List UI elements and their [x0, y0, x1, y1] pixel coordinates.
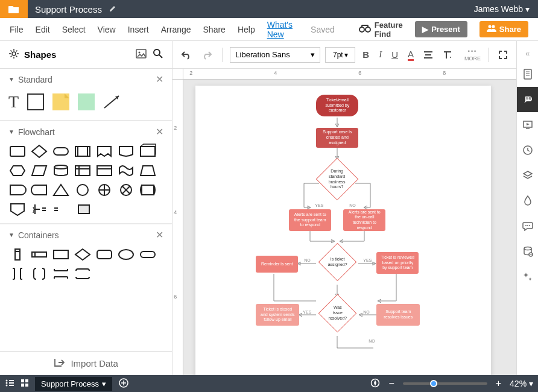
flow-node-alert-team[interactable]: Alerts are sent to the support team to r… [289, 209, 331, 231]
flowchart-shape[interactable] [8, 201, 27, 217]
close-icon[interactable]: ✕ [156, 74, 163, 85]
flowchart-shape[interactable]: { [52, 201, 70, 217]
flow-node-reminder[interactable]: Reminder is sent [256, 256, 298, 273]
flowchart-shape[interactable] [74, 201, 92, 217]
flowchart-shape[interactable] [74, 163, 92, 179]
flow-node-reviewed[interactable]: Ticket is reviewed based on priority by … [376, 252, 419, 274]
more-button[interactable]: •••MORE [464, 48, 481, 62]
zoom-out-button[interactable]: − [386, 378, 396, 389]
underline-button[interactable]: U [389, 47, 400, 62]
container-shape[interactable] [95, 247, 113, 262]
container-shape[interactable] [8, 247, 27, 262]
menu-whats-new[interactable]: What's New [267, 20, 299, 39]
edit-title-icon[interactable] [109, 5, 116, 14]
menu-arrange[interactable]: Arrange [161, 25, 191, 34]
add-page-button[interactable] [118, 378, 129, 390]
flowchart-shape[interactable] [8, 163, 27, 179]
flowchart-shape[interactable] [74, 182, 92, 198]
text-color-button[interactable]: A [405, 46, 416, 63]
undo-button[interactable] [179, 48, 194, 62]
navigator-icon[interactable] [370, 378, 380, 390]
container-shape[interactable] [117, 247, 135, 262]
container-shape[interactable] [74, 266, 92, 282]
close-icon[interactable]: ✕ [156, 126, 163, 138]
layers-icon[interactable] [517, 163, 539, 188]
paint-icon[interactable] [517, 188, 539, 213]
context-pane-icon[interactable] [517, 62, 539, 87]
block-shape[interactable] [27, 93, 44, 110]
flowchart-shape[interactable] [8, 144, 27, 159]
section-containers[interactable]: ▼ Containers ✕ [0, 224, 172, 244]
align-button[interactable] [421, 48, 435, 62]
bold-button[interactable]: B [360, 47, 372, 62]
flowchart-shape[interactable] [117, 163, 135, 179]
flowchart-shape[interactable] [139, 182, 157, 198]
flowchart-shape[interactable] [117, 144, 135, 159]
menu-share[interactable]: Share [203, 25, 226, 34]
document-title[interactable]: Support Process [28, 4, 109, 14]
share-button[interactable]: Share [479, 21, 528, 37]
data-icon[interactable] [517, 239, 539, 264]
menu-edit[interactable]: Edit [36, 25, 50, 34]
sparkle-icon[interactable] [517, 264, 539, 289]
flow-node-alert-oncall[interactable]: Alerts are sent to the on-call technicia… [343, 209, 385, 231]
text-shape[interactable]: T [8, 92, 19, 112]
flowchart-shape[interactable] [30, 163, 48, 179]
container-shape[interactable] [74, 247, 92, 262]
menu-select[interactable]: Select [62, 25, 86, 34]
flowchart-shape[interactable] [139, 144, 157, 159]
collapse-rail-button[interactable]: « [517, 45, 539, 62]
section-standard[interactable]: ▼ Standard ✕ [0, 69, 172, 89]
zoom-level[interactable]: 42% ▾ [510, 379, 533, 388]
user-menu[interactable]: James Webb ▾ [466, 4, 538, 14]
zoom-slider[interactable] [403, 382, 487, 385]
feature-find[interactable]: Feature Find [359, 21, 403, 39]
fullscreen-button[interactable] [496, 48, 510, 62]
present-pane-icon[interactable] [517, 112, 539, 138]
flowchart-shape[interactable] [74, 144, 92, 159]
canvas[interactable]: Ticket/email submitted by customer Suppo… [183, 80, 516, 375]
close-icon[interactable]: ✕ [156, 229, 163, 241]
container-shape[interactable] [30, 247, 48, 262]
container-shape[interactable] [52, 247, 70, 262]
flowchart-shape[interactable] [117, 182, 135, 198]
zoom-in-button[interactable]: + [493, 378, 504, 389]
redo-button[interactable] [199, 48, 215, 62]
hotspot-shape[interactable] [78, 93, 95, 110]
image-icon[interactable] [136, 49, 147, 60]
flowchart-shape[interactable] [8, 182, 27, 198]
menu-view[interactable]: View [98, 25, 116, 34]
flowchart-shape[interactable] [30, 182, 48, 198]
text-options-button[interactable] [440, 48, 455, 62]
flowchart-shape[interactable] [139, 163, 157, 179]
comments-icon[interactable]: 99 [517, 87, 539, 112]
flowchart-shape[interactable] [52, 163, 70, 179]
line-shape[interactable] [103, 93, 122, 110]
section-flowchart[interactable]: ▼ Flowchart ✕ [0, 121, 172, 141]
flowchart-shape[interactable] [95, 163, 113, 179]
import-data-button[interactable]: Import Data [0, 351, 172, 375]
note-shape[interactable] [52, 93, 69, 110]
chat-icon[interactable] [517, 213, 539, 239]
menu-help[interactable]: Help [238, 25, 255, 34]
menu-file[interactable]: File [10, 25, 24, 34]
history-icon[interactable] [517, 138, 539, 163]
gear-icon[interactable] [8, 48, 19, 61]
flow-node-closed[interactable]: Ticket is closed and system sends follow… [256, 304, 299, 326]
container-shape[interactable] [139, 247, 157, 262]
flowchart-shape[interactable] [52, 182, 70, 198]
font-select[interactable]: Liberation Sans▾ [230, 47, 320, 63]
font-size-select[interactable]: 7pt ▾ [325, 47, 355, 63]
container-shape[interactable] [52, 266, 70, 282]
container-shape[interactable] [8, 266, 27, 282]
container-shape[interactable] [30, 266, 48, 282]
flow-node-resolves[interactable]: Support team resolves issues [376, 304, 420, 326]
flowchart-shape[interactable] [95, 182, 113, 198]
present-button[interactable]: ▶Present [415, 21, 467, 37]
grid-view-icon[interactable] [21, 379, 29, 389]
folder-icon[interactable] [0, 0, 28, 18]
flowchart-shape[interactable]: } [30, 201, 48, 217]
flowchart-shape[interactable] [52, 144, 70, 159]
italic-button[interactable]: I [376, 47, 384, 62]
flow-node-start[interactable]: Ticket/email submitted by customer [316, 95, 358, 116]
